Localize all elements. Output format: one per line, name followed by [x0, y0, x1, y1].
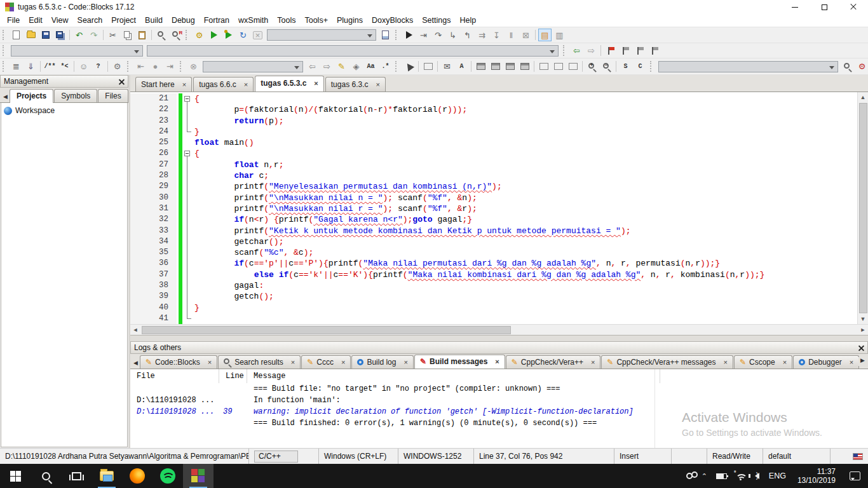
tray-expand-button[interactable]: ⌃	[702, 472, 707, 480]
logs-tab-build-log[interactable]: Build log×	[351, 355, 413, 369]
wxsmith-panel1-button[interactable]	[474, 60, 487, 73]
fold-collapse-icon[interactable]	[184, 96, 190, 102]
wifi-button[interactable]: *	[736, 473, 746, 480]
menu-item-fortran[interactable]: Fortran	[200, 15, 234, 26]
editor-tab-tugas-6-6-c[interactable]: tugas 6.6.c×	[193, 77, 254, 92]
fold-margin[interactable]	[182, 93, 193, 104]
debugging-windows-button[interactable]: ▤	[538, 29, 552, 41]
logs-tabs-scroll-right-icon[interactable]: ▶	[858, 357, 867, 366]
close-button[interactable]	[839, 0, 868, 14]
code-text[interactable]: return(p);	[193, 116, 283, 126]
previous-changebar-button[interactable]: ⇤	[134, 60, 147, 73]
minimize-button[interactable]	[780, 0, 810, 14]
menu-item-tools[interactable]: Tools+	[300, 15, 332, 26]
management-tab-files[interactable]: Files	[98, 89, 128, 102]
jump-back-button[interactable]: ⇦	[570, 44, 583, 57]
cut-button[interactable]: ✂	[106, 29, 119, 41]
wxsmith-sizer-button[interactable]: S	[619, 60, 632, 73]
doxyblocks-run-html-button[interactable]: ☺	[77, 60, 90, 73]
editor-horizontal-scrollbar[interactable]: ◄ ►	[130, 324, 868, 335]
taskbar-search-button[interactable]	[31, 464, 61, 488]
code-text[interactable]: else if(c=='k'||c=='K'){printf("Maka nil…	[193, 269, 764, 280]
code-area[interactable]: 21{22 p=(faktorial(n)/(faktorial(n-r)*fa…	[130, 92, 857, 324]
code-text[interactable]: printf("Ketik k untuk metode kombinasi d…	[193, 226, 631, 236]
next-bookmark-button[interactable]	[633, 44, 646, 57]
logs-tab-cppcheck-vera-messages[interactable]: ✎CppCheck/Vera++ messages×	[601, 355, 733, 369]
incremental-search-prev-button[interactable]: ⇦	[306, 60, 319, 73]
stop-debugger-button[interactable]: ⊠	[519, 29, 532, 41]
copy-button[interactable]	[121, 29, 134, 41]
editor-tab-close-icon[interactable]: ×	[314, 81, 318, 86]
editor-tab-close-icon[interactable]: ×	[182, 82, 186, 88]
task-view-button[interactable]	[61, 464, 92, 488]
redo-button[interactable]: ↷	[87, 29, 100, 41]
wxsmith-frame2-button[interactable]	[552, 60, 565, 73]
menu-item-project[interactable]: Project	[107, 15, 140, 26]
paste-button[interactable]	[135, 29, 149, 41]
replace-button[interactable]	[169, 29, 182, 41]
logs-tab-close-icon[interactable]: ×	[403, 360, 407, 365]
clear-incremental-search-button[interactable]: ⊗	[187, 60, 200, 73]
step-into-instruction-button[interactable]: ↧	[490, 29, 503, 41]
logs-tab-debugger[interactable]: Debugger×	[793, 355, 859, 369]
regex-search-button[interactable]: .*	[379, 60, 392, 73]
doxyblocks-line-comment-button[interactable]: *<	[58, 60, 71, 73]
scroll-left-icon[interactable]: ◄	[130, 325, 140, 335]
build-button[interactable]: ⚙	[193, 29, 206, 41]
next-changebar-button[interactable]: ⇥	[163, 60, 177, 73]
logs-tabs-scroll-left-icon[interactable]: ◀	[132, 360, 140, 369]
doxyblocks-run-chm-button[interactable]: ?	[92, 60, 105, 73]
code-text[interactable]: gagal:	[193, 280, 264, 291]
code-text[interactable]	[193, 313, 194, 324]
editor-tab-tugas-6-3-c[interactable]: tugas 6.3.c×	[325, 77, 386, 92]
build-message-row[interactable]: D:\1110191028 ...39warning: implicit dec…	[130, 406, 868, 417]
language-indicator[interactable]: ENG	[769, 471, 786, 480]
file-explorer-button[interactable]	[92, 464, 122, 488]
start-button[interactable]	[0, 464, 31, 488]
battery-button[interactable]	[716, 473, 727, 479]
debug-continue-button[interactable]	[402, 29, 416, 41]
next-line-button[interactable]: ↷	[431, 29, 445, 41]
scroll-up-icon[interactable]: ▲	[858, 92, 868, 102]
run-button[interactable]	[207, 29, 220, 41]
logs-tab-close-icon[interactable]: ×	[783, 360, 787, 365]
maximize-button[interactable]	[810, 0, 839, 14]
find-button[interactable]	[154, 29, 168, 41]
doxyblocks-insert-button[interactable]: ⇓	[24, 60, 37, 73]
menu-item-plugins[interactable]: Plugins	[332, 15, 367, 26]
zoom-in-button[interactable]	[585, 60, 599, 73]
highlight-occurrences-button[interactable]: ✎	[335, 60, 348, 73]
menu-item-help[interactable]: Help	[455, 15, 480, 26]
wxsmith-window-button[interactable]	[421, 60, 435, 73]
jump-forward-button[interactable]: ⇨	[585, 44, 598, 57]
management-tab-projects[interactable]: Projects	[10, 89, 53, 103]
debug-info-button[interactable]: ▥	[553, 29, 566, 41]
logs-tab-close-icon[interactable]: ×	[724, 360, 728, 365]
compile-current-file-button[interactable]	[379, 29, 392, 41]
action-center-button[interactable]	[850, 471, 860, 480]
wxsmith-panel3-button[interactable]	[503, 60, 517, 73]
spotify-button[interactable]	[153, 464, 183, 488]
code-completion-function-select[interactable]	[147, 45, 559, 57]
logs-tab-close-icon[interactable]: ×	[208, 360, 212, 365]
firefox-button[interactable]	[122, 464, 153, 488]
code-text[interactable]: float main()	[193, 137, 254, 148]
wxsmith-frame1-button[interactable]	[537, 60, 550, 73]
toolbar-settings-button[interactable]: ⚙	[855, 60, 868, 73]
select-scope-button[interactable]: ◈	[349, 60, 363, 73]
editor-tab-close-icon[interactable]: ×	[244, 82, 248, 88]
run-to-cursor-button[interactable]: ⇥	[417, 29, 430, 41]
menu-item-file[interactable]: File	[3, 15, 24, 26]
open-file-button[interactable]	[24, 29, 37, 41]
doxyblocks-settings-button[interactable]: ⚙	[111, 60, 124, 73]
code-text[interactable]: if(n<r) {printf("Gagal karena n<r");goto…	[193, 214, 472, 225]
new-file-button[interactable]	[10, 29, 23, 41]
incremental-search-next-button[interactable]: ⇨	[320, 60, 334, 73]
taskbar-clock[interactable]: 11:37 13/10/2019	[797, 467, 836, 485]
menu-item-build[interactable]: Build	[140, 15, 167, 26]
logs-tab-search-results[interactable]: Search results×	[218, 355, 301, 369]
toggle-bookmark-button[interactable]	[604, 44, 617, 57]
code-text[interactable]: }	[193, 126, 200, 137]
code-text[interactable]: p=(faktorial(n)/(faktorial(n-r)*faktoria…	[193, 104, 467, 115]
editor-tab-start-here[interactable]: Start here×	[135, 77, 192, 92]
